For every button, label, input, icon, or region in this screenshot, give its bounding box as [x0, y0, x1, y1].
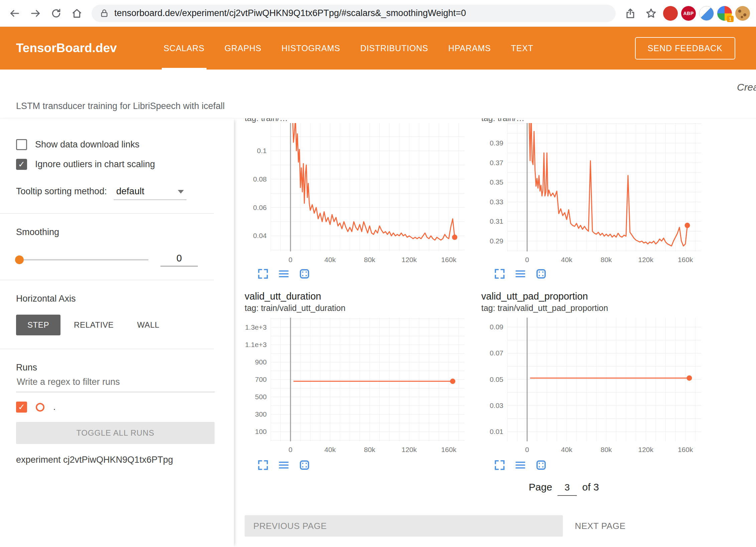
- reload-icon[interactable]: [47, 5, 65, 22]
- svg-text:1.1e+3: 1.1e+3: [245, 341, 267, 348]
- url-text[interactable]: tensorboard.dev/experiment/cj2vtPiwQHKN9…: [114, 8, 466, 18]
- nav-tab-scalars[interactable]: SCALARS: [154, 27, 215, 70]
- data-lines-icon[interactable]: [515, 268, 526, 280]
- show-download-links-checkbox[interactable]: [16, 139, 27, 150]
- svg-text:0.09: 0.09: [490, 323, 503, 331]
- svg-text:0.03: 0.03: [490, 402, 503, 409]
- wall-button[interactable]: WALL: [127, 315, 169, 335]
- horizontal-axis-label: Horizontal Axis: [16, 294, 215, 304]
- fullscreen-icon[interactable]: [494, 268, 505, 280]
- toggle-all-runs-button[interactable]: TOGGLE ALL RUNS: [16, 422, 215, 444]
- svg-text:0.04: 0.04: [253, 232, 267, 239]
- run-checkbox[interactable]: [16, 402, 27, 413]
- svg-text:40k: 40k: [561, 256, 573, 263]
- smoothing-label: Smoothing: [16, 227, 215, 237]
- chart-tag: tag: train/valid_utt_pad_proportion: [481, 303, 709, 313]
- relative-button[interactable]: RELATIVE: [64, 315, 124, 335]
- fullscreen-icon[interactable]: [257, 268, 269, 280]
- truncated-right-text: Crea: [737, 82, 756, 93]
- back-icon[interactable]: [6, 5, 23, 22]
- svg-text:40k: 40k: [561, 446, 573, 453]
- svg-text:700: 700: [255, 375, 267, 383]
- slider-thumb[interactable]: [15, 255, 24, 264]
- next-page-button[interactable]: NEXT PAGE: [575, 521, 626, 531]
- bookmark-star-icon[interactable]: [642, 5, 660, 22]
- svg-text:0.06: 0.06: [253, 204, 267, 211]
- page-number-input[interactable]: [557, 482, 577, 496]
- browser-window: tensorboard.dev/experiment/cj2vtPiwQHKN9…: [0, 0, 756, 547]
- smoothing-value-input[interactable]: [160, 253, 198, 266]
- scalar-chart[interactable]: 0.290.310.330.350.370.39040k80k120k160k: [481, 123, 705, 265]
- scalar-card: valid_utt_duration tag: train/valid_utt_…: [241, 289, 472, 471]
- scalar-chart[interactable]: 0.040.060.080.1040k80k120k160k: [244, 123, 468, 265]
- adblock-extension-icon[interactable]: [663, 6, 678, 21]
- extension-icon[interactable]: [699, 6, 714, 21]
- previous-page-button[interactable]: PREVIOUS PAGE: [245, 515, 563, 537]
- chevron-down-icon: [178, 190, 184, 194]
- svg-text:120k: 120k: [402, 446, 417, 453]
- settings-sidebar: Show data download links Ignore outliers…: [0, 118, 234, 547]
- svg-text:160k: 160k: [678, 446, 693, 453]
- app-logo[interactable]: TensorBoard.dev: [16, 41, 117, 55]
- pagination: Page of 3: [529, 481, 756, 496]
- divider: [0, 349, 214, 349]
- profile-extension-icon[interactable]: 1: [717, 6, 732, 21]
- experiment-id-text: experiment cj2vtPiwQHKN9Q1tx6PTpg: [16, 455, 215, 465]
- cookie-extension-icon[interactable]: [735, 6, 750, 21]
- app-header: TensorBoard.dev SCALARS GRAPHS HISTOGRAM…: [0, 27, 756, 70]
- svg-text:0: 0: [288, 256, 292, 263]
- send-feedback-button[interactable]: SEND FEEDBACK: [635, 37, 735, 60]
- nav-tab-distributions[interactable]: DISTRIBUTIONS: [350, 27, 438, 70]
- fit-domain-icon[interactable]: [299, 268, 310, 280]
- svg-text:40k: 40k: [325, 446, 336, 453]
- chart-title: valid_utt_duration: [245, 291, 472, 302]
- tooltip-sorting-label: Tooltip sorting method:: [16, 186, 107, 197]
- svg-text:40k: 40k: [325, 256, 336, 263]
- share-icon[interactable]: [622, 5, 639, 22]
- scalar-chart[interactable]: 0.010.030.050.070.09040k80k120k160k: [481, 315, 705, 457]
- chart-title: valid_utt_pad_proportion: [481, 291, 709, 302]
- abp-extension-icon[interactable]: ABP: [681, 6, 696, 21]
- page-body: Show data download links Ignore outliers…: [0, 118, 756, 547]
- svg-text:0.01: 0.01: [490, 428, 503, 435]
- fit-domain-icon[interactable]: [299, 459, 310, 471]
- svg-text:120k: 120k: [638, 256, 654, 263]
- divider: [0, 213, 214, 214]
- svg-text:1.3e+3: 1.3e+3: [245, 323, 267, 331]
- home-icon[interactable]: [68, 5, 86, 22]
- step-button[interactable]: STEP: [16, 315, 60, 335]
- svg-text:0: 0: [288, 446, 292, 453]
- svg-text:900: 900: [255, 358, 267, 366]
- nav-tab-text[interactable]: TEXT: [501, 27, 543, 70]
- experiment-description: LSTM transducer training for LibriSpeech…: [16, 101, 225, 111]
- browser-chrome: tensorboard.dev/experiment/cj2vtPiwQHKN9…: [0, 0, 756, 27]
- ignore-outliers-row[interactable]: Ignore outliers in chart scaling: [16, 159, 215, 170]
- fit-domain-icon[interactable]: [535, 268, 547, 280]
- forward-icon[interactable]: [27, 5, 44, 22]
- pager-buttons: PREVIOUS PAGE NEXT PAGE: [241, 515, 756, 537]
- data-lines-icon[interactable]: [278, 459, 289, 471]
- scalar-card: valid_utt_pad_proportion tag: train/vali…: [478, 289, 709, 471]
- svg-text:80k: 80k: [364, 446, 375, 453]
- ignore-outliers-checkbox[interactable]: [16, 159, 27, 170]
- svg-text:120k: 120k: [402, 256, 417, 263]
- run-name-label: .: [53, 402, 56, 412]
- nav-tab-hparams[interactable]: HPARAMS: [438, 27, 501, 70]
- chart-toolbar: [257, 459, 472, 471]
- scalar-chart[interactable]: 1003005007009001.1e+31.3e+3040k80k120k16…: [244, 315, 468, 457]
- nav-tab-histograms[interactable]: HISTOGRAMS: [271, 27, 350, 70]
- tooltip-sorting-select[interactable]: default: [114, 186, 186, 200]
- nav-tab-graphs[interactable]: GRAPHS: [215, 27, 271, 70]
- address-bar[interactable]: tensorboard.dev/experiment/cj2vtPiwQHKN9…: [92, 5, 616, 22]
- run-row[interactable]: .: [16, 402, 215, 413]
- lock-icon: [100, 9, 109, 18]
- fit-domain-icon[interactable]: [535, 459, 547, 471]
- runs-filter-input[interactable]: [16, 373, 215, 392]
- smoothing-slider[interactable]: [16, 259, 148, 260]
- data-lines-icon[interactable]: [278, 268, 289, 280]
- show-download-links-row[interactable]: Show data download links: [16, 139, 215, 150]
- fullscreen-icon[interactable]: [257, 459, 269, 471]
- fullscreen-icon[interactable]: [494, 459, 505, 471]
- data-lines-icon[interactable]: [515, 459, 526, 471]
- clipped-tag-text: tag: train/…: [245, 118, 472, 123]
